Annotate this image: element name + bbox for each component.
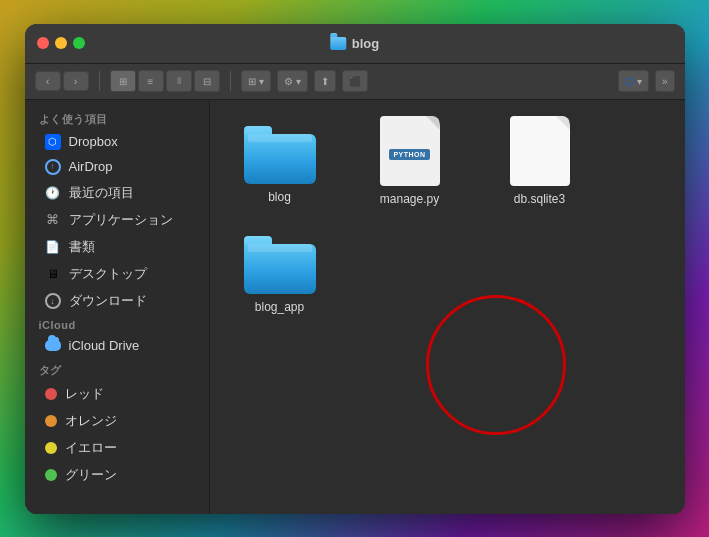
- favorites-label: よく使う項目: [25, 108, 209, 129]
- clock-sidebar-icon: [45, 185, 61, 201]
- arrange-icon: ⊞: [248, 76, 256, 87]
- share-icon: ⬆: [321, 76, 329, 87]
- manage-py-label: manage.py: [380, 192, 439, 206]
- orange-tag-dot: [45, 415, 57, 427]
- forward-button[interactable]: ›: [63, 71, 89, 91]
- sidebar-item-airdrop[interactable]: AirDrop: [31, 155, 203, 179]
- sidebar-item-label-icloud-drive: iCloud Drive: [69, 338, 140, 353]
- dropbox-icon: ⬡: [625, 76, 634, 87]
- sidebar-item-label-recents: 最近の項目: [69, 184, 134, 202]
- circle-highlight: [426, 295, 566, 435]
- sidebar-item-icloud-drive[interactable]: iCloud Drive: [31, 334, 203, 358]
- sidebar: よく使う項目 Dropbox AirDrop 最近の項目: [25, 100, 210, 514]
- icloud-sidebar-icon: [45, 338, 61, 354]
- file-item-db-sqlite3[interactable]: db.sqlite3: [490, 110, 590, 212]
- view-buttons: ⊞ ≡ ⦀ ⊟: [110, 70, 220, 92]
- download-sidebar-icon: ↓: [45, 293, 61, 309]
- sidebar-item-label-airdrop: AirDrop: [69, 159, 113, 174]
- nav-buttons: ‹ ›: [35, 71, 89, 91]
- blog-app-folder-icon: [244, 236, 316, 294]
- arrange-chevron: ▾: [259, 76, 264, 87]
- file-item-manage-py[interactable]: PYTHON manage.py: [360, 110, 460, 212]
- traffic-lights: [37, 37, 85, 49]
- arrange-button[interactable]: ⊞ ▾: [241, 70, 271, 92]
- tag-icon: ⬛: [349, 76, 361, 87]
- db-sqlite3-label: db.sqlite3: [514, 192, 565, 206]
- python-badge: PYTHON: [389, 149, 429, 160]
- maximize-button[interactable]: [73, 37, 85, 49]
- blog-folder-icon: [244, 126, 316, 184]
- tag-button[interactable]: ⬛: [342, 70, 368, 92]
- action-chevron: ▾: [296, 76, 301, 87]
- sidebar-item-tag-orange[interactable]: オレンジ: [31, 408, 203, 434]
- sidebar-item-label-tag-orange: オレンジ: [65, 412, 117, 430]
- sidebar-item-tag-green[interactable]: グリーン: [31, 462, 203, 488]
- sidebar-item-tag-yellow[interactable]: イエロー: [31, 435, 203, 461]
- separator-2: [230, 71, 231, 91]
- gallery-view-button[interactable]: ⊟: [194, 70, 220, 92]
- desktop-sidebar-icon: [45, 266, 61, 282]
- yellow-tag-dot: [45, 442, 57, 454]
- airdrop-sidebar-icon: [45, 159, 61, 175]
- red-tag-dot: [45, 388, 57, 400]
- sidebar-item-tag-red[interactable]: レッド: [31, 381, 203, 407]
- file-area: blog PYTHON manage.py db.sqlite3 blo: [210, 100, 685, 514]
- doc-sidebar-icon: [45, 239, 61, 255]
- file-item-blog-app[interactable]: blog_app: [230, 230, 330, 320]
- sidebar-item-label-documents: 書類: [69, 238, 95, 256]
- blog-app-folder-label: blog_app: [255, 300, 304, 314]
- title-folder-icon: [330, 37, 346, 50]
- minimize-button[interactable]: [55, 37, 67, 49]
- finder-window: blog ‹ › ⊞ ≡ ⦀ ⊟ ⊞ ▾ ⚙ ▾ ⬆ ⬛: [25, 24, 685, 514]
- sidebar-item-applications[interactable]: アプリケーション: [31, 207, 203, 233]
- separator-1: [99, 71, 100, 91]
- icloud-label: iCloud: [25, 315, 209, 333]
- titlebar: blog: [25, 24, 685, 64]
- app-sidebar-icon: [45, 212, 61, 228]
- sqlite-file-icon: [510, 116, 570, 186]
- dropbox-toolbar-button[interactable]: ⬡ ▾: [618, 70, 649, 92]
- more-button[interactable]: »: [655, 70, 675, 92]
- sidebar-item-desktop[interactable]: デスクトップ: [31, 261, 203, 287]
- close-button[interactable]: [37, 37, 49, 49]
- gear-icon: ⚙: [284, 76, 293, 87]
- dropbox-chevron: ▾: [637, 76, 642, 87]
- green-tag-dot: [45, 469, 57, 481]
- content-area: よく使う項目 Dropbox AirDrop 最近の項目: [25, 100, 685, 514]
- sidebar-item-documents[interactable]: 書類: [31, 234, 203, 260]
- sidebar-item-label-dropbox: Dropbox: [69, 134, 118, 149]
- blog-folder-label: blog: [268, 190, 291, 204]
- window-title: blog: [330, 36, 379, 51]
- sidebar-item-label-tag-green: グリーン: [65, 466, 117, 484]
- python-file-icon: PYTHON: [380, 116, 440, 186]
- sidebar-item-recents[interactable]: 最近の項目: [31, 180, 203, 206]
- sidebar-item-label-tag-yellow: イエロー: [65, 439, 117, 457]
- list-view-button[interactable]: ≡: [138, 70, 164, 92]
- icon-view-button[interactable]: ⊞: [110, 70, 136, 92]
- share-button[interactable]: ⬆: [314, 70, 336, 92]
- sidebar-item-downloads[interactable]: ↓ ダウンロード: [31, 288, 203, 314]
- sidebar-item-label-desktop: デスクトップ: [69, 265, 147, 283]
- tags-label: タグ: [25, 359, 209, 380]
- sidebar-item-dropbox[interactable]: Dropbox: [31, 130, 203, 154]
- toolbar: ‹ › ⊞ ≡ ⦀ ⊟ ⊞ ▾ ⚙ ▾ ⬆ ⬛ ⬡ ▾ »: [25, 64, 685, 100]
- column-view-button[interactable]: ⦀: [166, 70, 192, 92]
- sidebar-item-label-downloads: ダウンロード: [69, 292, 147, 310]
- sidebar-item-label-tag-red: レッド: [65, 385, 104, 403]
- dropbox-sidebar-icon: [45, 134, 61, 150]
- action-button[interactable]: ⚙ ▾: [277, 70, 308, 92]
- file-item-blog[interactable]: blog: [230, 120, 330, 210]
- sidebar-item-label-applications: アプリケーション: [69, 211, 173, 229]
- back-button[interactable]: ‹: [35, 71, 61, 91]
- title-text: blog: [352, 36, 379, 51]
